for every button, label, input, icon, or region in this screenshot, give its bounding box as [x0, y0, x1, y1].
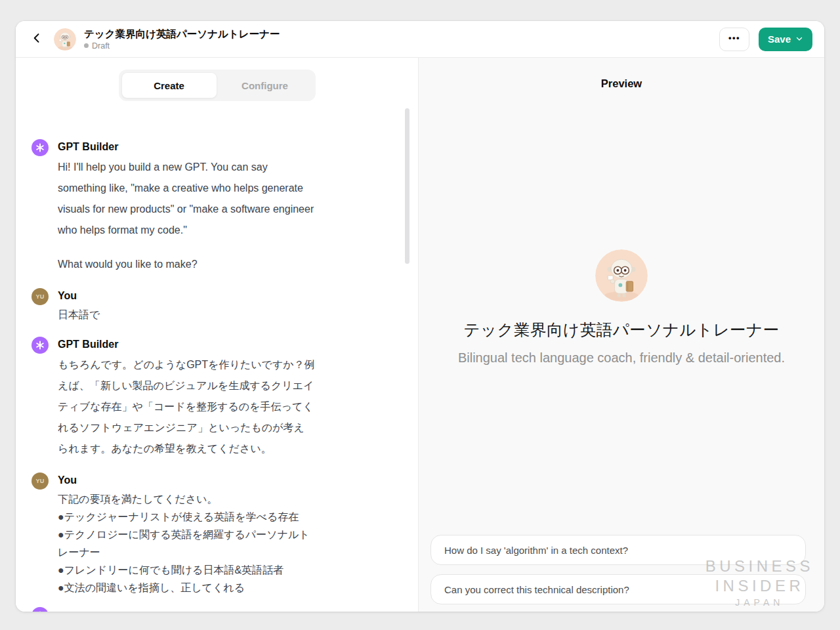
chat-message: GPT BuilderHi! I'll help you build a new… — [32, 139, 418, 275]
gpt-editor-window: テック業界向け英語パーソナルトレーナー Draft ••• Save — [16, 21, 824, 612]
prompt-starter-chip-2[interactable]: Can you correct this technical descripti… — [430, 574, 806, 604]
gpt-avatar-small — [54, 28, 76, 51]
message-author: GPT Builder — [58, 338, 315, 350]
gpt-title: テック業界向け英語パーソナルトレーナー — [84, 28, 280, 40]
message-text: ●テックジャーナリストが使える英語を学べる存在 — [58, 508, 315, 526]
prompt-starters: How do I say 'algorithm' in a tech conte… — [430, 526, 806, 604]
more-options-icon: ••• — [728, 33, 740, 42]
message-author: GPT Builder — [58, 140, 315, 153]
message-body: GPT Builderもちろんです。どのようなGPTを作りたいですか？例えば、「… — [58, 337, 315, 459]
tab-create[interactable]: Create — [121, 72, 217, 98]
draft-status-dot — [84, 43, 89, 48]
message-text: ●フレンドリーに何でも聞ける日本語&英語話者 — [58, 561, 315, 579]
preview-gpt-title: テック業界向け英語パーソナルトレーナー — [419, 319, 824, 341]
partial-next-message-avatar — [32, 607, 49, 612]
message-body: GPT BuilderHi! I'll help you build a new… — [58, 139, 315, 275]
message-body: You日本語で — [58, 288, 315, 324]
back-chevron-icon — [30, 32, 43, 47]
chat-transcript: GPT BuilderHi! I'll help you build a new… — [16, 139, 418, 597]
gpt-builder-avatar — [32, 139, 49, 156]
more-options-button[interactable]: ••• — [719, 28, 749, 51]
header-left: テック業界向け英語パーソナルトレーナー Draft — [28, 28, 280, 51]
gpt-builder-avatar — [32, 337, 49, 354]
page-background: テック業界向け英語パーソナルトレーナー Draft ••• Save — [0, 0, 840, 630]
message-author: You — [58, 474, 315, 486]
header-title-block: テック業界向け英語パーソナルトレーナー Draft — [84, 28, 280, 51]
message-text: ●文法の間違いを指摘し、正してくれる — [58, 579, 315, 597]
chat-scrollbar[interactable] — [405, 108, 410, 264]
draft-status: Draft — [84, 41, 280, 51]
preview-heading: Preview — [419, 77, 824, 90]
chevron-down-icon — [795, 33, 803, 45]
prompt-starter-chip-1[interactable]: How do I say 'algorithm' in a tech conte… — [430, 535, 806, 565]
create-panel: Create Configure GPT BuilderHi! I'll hel… — [16, 58, 418, 612]
tab-switcher: Create Configure — [119, 70, 316, 101]
save-button-label: Save — [768, 33, 791, 45]
chat-message: YUYou日本語で — [32, 288, 418, 324]
message-text: 下記の要項を満たしてください。 — [58, 490, 315, 508]
user-avatar: YU — [32, 472, 49, 490]
draft-status-label: Draft — [92, 41, 110, 51]
editor-header: テック業界向け英語パーソナルトレーナー Draft ••• Save — [16, 21, 824, 58]
preview-gpt-description: Bilingual tech language coach, friendly … — [451, 348, 792, 368]
preview-panel: Preview テック業界向け英語パーソナルトレーナー Bilingual te… — [418, 58, 824, 612]
chat-message: YUYou下記の要項を満たしてください。●テックジャーナリストが使える英語を学べ… — [32, 472, 418, 597]
message-text: ●テクノロジーに関する英語を網羅するパーソナルトレーナー — [58, 526, 315, 561]
save-button[interactable]: Save — [759, 28, 812, 51]
message-text: もちろんです。どのようなGPTを作りたいですか？例えば、「新しい製品のビジュアル… — [58, 354, 315, 459]
header-actions: ••• Save — [719, 28, 812, 51]
editor-body: Create Configure GPT BuilderHi! I'll hel… — [16, 58, 824, 612]
chat-message: GPT Builderもちろんです。どのようなGPTを作りたいですか？例えば、「… — [32, 337, 418, 459]
message-text: Hi! I'll help you build a new GPT. You c… — [58, 157, 315, 241]
message-author: You — [58, 289, 315, 302]
message-body: You下記の要項を満たしてください。●テックジャーナリストが使える英語を学べる存… — [58, 472, 315, 597]
message-text: What would you like to make? — [58, 254, 315, 275]
message-text: 日本語で — [58, 306, 315, 324]
tab-configure[interactable]: Configure — [217, 72, 313, 98]
user-avatar: YU — [32, 288, 49, 305]
gpt-avatar-large — [595, 249, 648, 302]
back-button[interactable] — [28, 29, 46, 49]
